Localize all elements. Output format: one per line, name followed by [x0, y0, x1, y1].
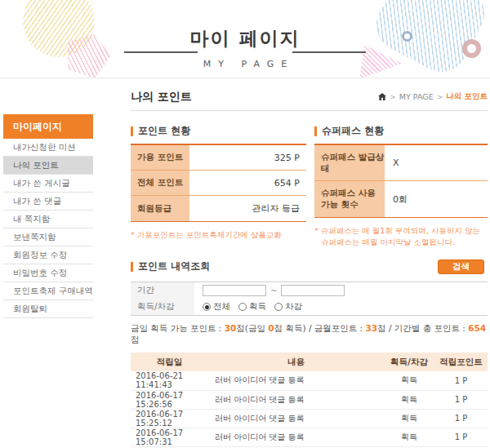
sidebar-title: 마이페이지 [3, 114, 93, 139]
home-icon[interactable] [378, 93, 386, 100]
sidebar-item-purchase-history[interactable]: 포인트축제 구매내역 [3, 282, 93, 300]
table-row: 회원등급 관리자 등급 [131, 196, 306, 221]
sidebar-item-inbox[interactable]: 내 쪽지함 [3, 211, 93, 228]
point-history-title: 포인트 내역조회 [131, 261, 488, 272]
period-row: 기간 ~ [131, 282, 488, 299]
table-row: 2016-06-17 15:26:56 러버 아이디어 댓글 등록 획득 1 P [131, 390, 488, 409]
sidebar-item-my-missions[interactable]: 내가신청한 미션 [3, 139, 93, 157]
point-status-section: 포인트 현황 가용 포인트 325 P 전체 포인트 654 P 회원등급 관리… [131, 126, 306, 249]
sidebar-item-my-posts[interactable]: 내가 쓴 게시글 [3, 175, 93, 193]
superpass-status-title: 슈퍼패스 현황 [314, 126, 488, 136]
history-filter-form: 기간 ~ 획득/차감 전체 [131, 282, 488, 316]
table-row: 2016-06-21 11:41:43 러버 아이디어 댓글 등록 획득 1 P [131, 371, 488, 390]
table-row: 전체 포인트 654 P [131, 171, 306, 196]
radio-icon[interactable] [203, 303, 211, 311]
radio-all[interactable]: 전체 [203, 301, 230, 313]
sidebar-item-my-points[interactable]: 나의 포인트 [3, 157, 93, 175]
table-row: 2016-06-17 15:25:12 러버 아이디어 댓글 등록 획득 1 P [131, 409, 488, 428]
point-status-note: * 가용포인트는 포인트축제기간에 상품교환 [131, 229, 306, 241]
history-table: 적립일 내용 획득/차감 적립포인트 2016-06-21 11:41:43 러… [131, 353, 488, 448]
sidebar-item-withdraw[interactable]: 회원탈퇴 [3, 300, 93, 318]
title-divider [131, 110, 488, 111]
sidebar-item-change-password[interactable]: 비밀번호 수정 [3, 264, 93, 282]
table-row: 가용 포인트 325 P [131, 145, 306, 171]
table-row: 슈퍼패스 발급상태 X [314, 145, 488, 181]
page-header: 마이 페이지 MY PAGE [0, 0, 490, 78]
page-main-title: 마이 페이지 [0, 26, 490, 51]
point-history-section: 포인트 내역조회 검색 기간 ~ 획득/차감 전체 [131, 261, 488, 448]
table-row: 슈퍼패스 사용 가능 횟수 0회 [314, 181, 488, 217]
superpass-status-note: * 슈퍼패스는 매 월1회 부여되며, 사용하지 않는 슈퍼패스는 매월 마지막… [314, 225, 488, 249]
history-table-header: 적립일 내용 획득/차감 적립포인트 [131, 353, 488, 371]
sidebar-item-edit-profile[interactable]: 회원정보 수정 [3, 246, 93, 264]
breadcrumb: > MY PAGE > 나의 포인트 [378, 91, 488, 102]
type-radio-group: 전체 획득 차감 [203, 301, 302, 313]
section-bar-icon [314, 126, 317, 136]
radio-icon[interactable] [238, 303, 247, 311]
breadcrumb-separator: > [390, 93, 396, 101]
period-from-input[interactable] [203, 285, 266, 296]
main-content: 나의 포인트 > MY PAGE > 나의 포인트 포인트 현황 가용 포인트 … [131, 88, 488, 448]
superpass-status-section: 슈퍼패스 현황 슈퍼패스 발급상태 X 슈퍼패스 사용 가능 횟수 0회 * 슈… [314, 126, 488, 249]
points-summary: 금일 획득 가능 포인트 : 30점(금일 0점 획득) / 금월포인트 : 3… [131, 323, 488, 346]
radio-icon[interactable] [274, 303, 283, 311]
table-row: 2016-06-17 15:07:31 러버 아이디어 댓글 등록 획득 1 P [131, 428, 488, 446]
breadcrumb-current: 나의 포인트 [446, 91, 488, 102]
period-to-input[interactable] [281, 285, 345, 296]
section-bar-icon [131, 126, 133, 136]
radio-deducted[interactable]: 차감 [274, 301, 302, 313]
title-line-left [124, 51, 198, 53]
page-title: 나의 포인트 [131, 90, 192, 103]
radio-earned[interactable]: 획득 [238, 301, 266, 313]
sidebar-item-sent-messages[interactable]: 보낸쪽지함 [3, 228, 93, 246]
point-status-table: 가용 포인트 325 P 전체 포인트 654 P 회원등급 관리자 등급 [131, 144, 306, 222]
page-sub-title: MY PAGE [0, 59, 490, 69]
sidebar-item-my-comments[interactable]: 내가 쓴 댓글 [3, 193, 93, 211]
breadcrumb-separator: > [437, 93, 443, 101]
sidebar: 마이페이지 내가신청한 미션 나의 포인트 내가 쓴 게시글 내가 쓴 댓글 내… [3, 114, 93, 318]
section-bar-icon [131, 262, 133, 272]
search-button[interactable]: 검색 [438, 259, 484, 274]
tilde-separator: ~ [270, 286, 277, 295]
superpass-status-table: 슈퍼패스 발급상태 X 슈퍼패스 사용 가능 횟수 0회 [314, 144, 488, 218]
point-status-title: 포인트 현황 [131, 126, 306, 136]
title-line-right [292, 51, 366, 53]
breadcrumb-parent[interactable]: MY PAGE [399, 92, 434, 101]
type-label: 획득/차감 [131, 299, 194, 315]
period-label: 기간 [131, 282, 194, 299]
type-row: 획득/차감 전체 획득 차감 [131, 299, 488, 315]
